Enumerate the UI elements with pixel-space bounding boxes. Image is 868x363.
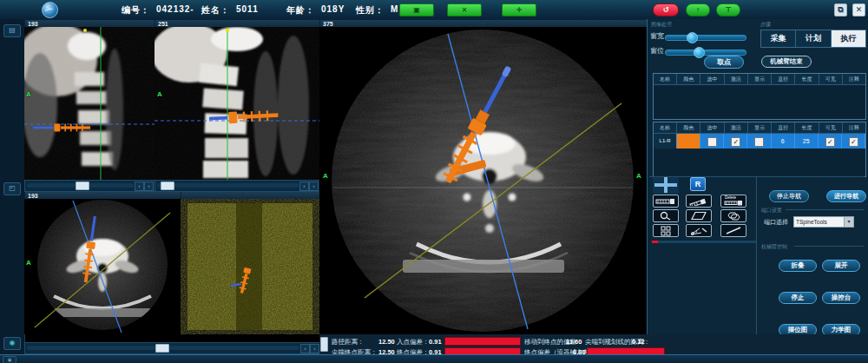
path-distance-label: 路径距离： bbox=[332, 338, 365, 346]
axial-viewport[interactable] bbox=[319, 27, 647, 334]
run-navigation-button[interactable]: 进行导航 bbox=[826, 190, 866, 202]
screw-active-cell[interactable] bbox=[724, 134, 747, 148]
scroll-next-icon[interactable]: › bbox=[310, 344, 319, 353]
screw-select-cell[interactable] bbox=[700, 134, 724, 148]
link-views-icon[interactable]: ◰ bbox=[3, 182, 21, 195]
scroll-prev-icon[interactable]: ‹ bbox=[300, 344, 310, 353]
tab-plan[interactable]: 计划 bbox=[796, 30, 831, 47]
show-checkbox[interactable] bbox=[754, 137, 764, 147]
sagittal-scrollbar[interactable]: ‹ › bbox=[155, 180, 320, 192]
plane-tool-button[interactable] bbox=[686, 209, 712, 222]
note-checkbox[interactable] bbox=[849, 137, 858, 147]
scroll-prev-icon[interactable]: ‹ bbox=[135, 182, 144, 191]
col-length: 长度 bbox=[795, 122, 819, 133]
splitter-handle[interactable] bbox=[320, 337, 328, 352]
scroll-prev-icon[interactable]: ‹ bbox=[299, 182, 309, 191]
layout-grid-button[interactable] bbox=[653, 224, 679, 237]
col-show: 显示 bbox=[748, 74, 772, 84]
window-level-slider[interactable] bbox=[665, 50, 746, 56]
angle-measure-button[interactable] bbox=[686, 224, 712, 237]
axial-orientation-left: A bbox=[323, 172, 328, 180]
window-width-slider[interactable] bbox=[665, 35, 746, 41]
bottom-strip: ▣ bbox=[0, 354, 868, 363]
magnifier-icon bbox=[659, 211, 673, 221]
crosshair-center-button[interactable] bbox=[653, 176, 679, 194]
tab-acquire[interactable]: 采集 bbox=[761, 30, 796, 47]
screw-add-button[interactable] bbox=[653, 195, 679, 208]
plan-table-upper: 名称 颜色 选中 激活 显示 直径 长度 可见 注释 bbox=[653, 73, 866, 120]
steps-group-label: 步骤 bbox=[760, 21, 771, 29]
expand-button[interactable]: 展开 bbox=[822, 260, 860, 272]
screw-icon bbox=[655, 197, 676, 206]
screenshot-button[interactable]: ⧉ bbox=[834, 3, 847, 16]
tab-execute[interactable]: 执行 bbox=[832, 30, 865, 47]
app-logo-icon bbox=[42, 2, 58, 18]
select-checkbox[interactable] bbox=[707, 137, 717, 147]
coronal-viewport[interactable] bbox=[24, 27, 155, 180]
stop-button[interactable]: 停止 bbox=[779, 292, 817, 304]
col-note: 注释 bbox=[843, 74, 865, 84]
path-distance-value: 12.50 bbox=[378, 338, 395, 346]
tip-axis-distance-value: 0.12 bbox=[632, 338, 645, 346]
screw-visible-cell[interactable] bbox=[819, 134, 842, 148]
stop-navigation-button[interactable]: 停止导航 bbox=[769, 190, 809, 202]
port-select-dropdown[interactable]: TSpineTools ▾ bbox=[793, 216, 854, 228]
screw-color-swatch[interactable] bbox=[677, 134, 700, 148]
coronal-scrollbar[interactable]: ‹ › bbox=[24, 180, 155, 192]
tool-progress-value bbox=[652, 241, 658, 243]
tool-progress-track bbox=[652, 241, 756, 243]
zoom-tool-button[interactable] bbox=[653, 209, 679, 222]
console-button[interactable]: 操控台 bbox=[822, 292, 860, 304]
col-name: 名称 bbox=[654, 122, 677, 133]
axial-orientation-right: A bbox=[636, 172, 641, 180]
screw-show-cell[interactable] bbox=[747, 134, 771, 148]
screw-table-row[interactable]: L1-R 6 25 bbox=[654, 134, 865, 148]
robot-arm-end-button[interactable]: 机械臂结束 bbox=[761, 56, 812, 68]
active-checkbox[interactable] bbox=[731, 137, 740, 147]
fold-button[interactable]: 折叠 bbox=[779, 260, 817, 272]
screw-delete-button[interactable]: Delete bbox=[720, 195, 746, 208]
close-button[interactable]: ✕ bbox=[852, 3, 865, 16]
scroll-next-icon[interactable]: › bbox=[144, 182, 154, 191]
drr-viewport[interactable] bbox=[181, 199, 319, 334]
layout-icon[interactable]: ▤ bbox=[3, 24, 21, 37]
col-color: 颜色 bbox=[677, 74, 700, 84]
chevron-down-icon[interactable]: ▾ bbox=[844, 217, 853, 227]
col-select: 选中 bbox=[700, 122, 724, 133]
monitor-device-button[interactable]: ▣ bbox=[399, 3, 434, 16]
screw-angle-icon bbox=[688, 196, 709, 206]
line-measure-button[interactable] bbox=[720, 224, 746, 237]
right-panel bbox=[647, 19, 868, 354]
sagittal-viewport[interactable] bbox=[155, 27, 319, 180]
port-select-label: 端口选择 bbox=[764, 218, 788, 227]
reset-view-button[interactable]: R bbox=[690, 177, 706, 191]
robot-tool-button[interactable]: ⊤ bbox=[716, 3, 740, 16]
tracer-device-button[interactable]: ✛ bbox=[502, 3, 536, 16]
entry-deviation-label: 入点偏差： bbox=[397, 338, 430, 346]
col-color: 颜色 bbox=[677, 122, 700, 133]
snapshot-icon[interactable]: ◉ bbox=[3, 337, 21, 350]
screw-note-cell[interactable] bbox=[842, 134, 865, 148]
step-tabs: 采集 计划 执行 bbox=[760, 30, 866, 48]
col-active: 激活 bbox=[725, 74, 748, 84]
scroll-next-icon[interactable]: › bbox=[309, 182, 319, 191]
oblique-viewport[interactable] bbox=[24, 199, 181, 334]
visible-checkbox[interactable] bbox=[825, 137, 835, 147]
layers-icon bbox=[726, 211, 741, 221]
window-level-slider-handle[interactable] bbox=[694, 47, 705, 58]
screw-insert-button[interactable] bbox=[686, 195, 712, 208]
line-icon bbox=[725, 226, 742, 235]
probe-device-button[interactable]: ✕ bbox=[447, 3, 482, 16]
patient-id-label: 编号： bbox=[122, 4, 150, 16]
window-width-slider-handle[interactable] bbox=[687, 32, 698, 43]
plan-table-header: 名称 颜色 选中 激活 显示 直径 长度 可见 注释 bbox=[654, 74, 865, 85]
robot-return-button[interactable]: ↺ bbox=[653, 3, 679, 16]
group-divider bbox=[794, 246, 864, 247]
entry-deviation-alarm-bar bbox=[444, 337, 521, 346]
port-group-label: 端口设置 bbox=[761, 207, 782, 214]
robot-raise-button[interactable]: ↑ bbox=[686, 3, 710, 16]
pick-point-button[interactable]: 取点 bbox=[704, 56, 744, 69]
col-diameter: 直径 bbox=[772, 122, 795, 133]
layers-tool-button[interactable] bbox=[720, 209, 746, 222]
bottom-scrollbar[interactable]: ‹ › bbox=[24, 342, 321, 354]
